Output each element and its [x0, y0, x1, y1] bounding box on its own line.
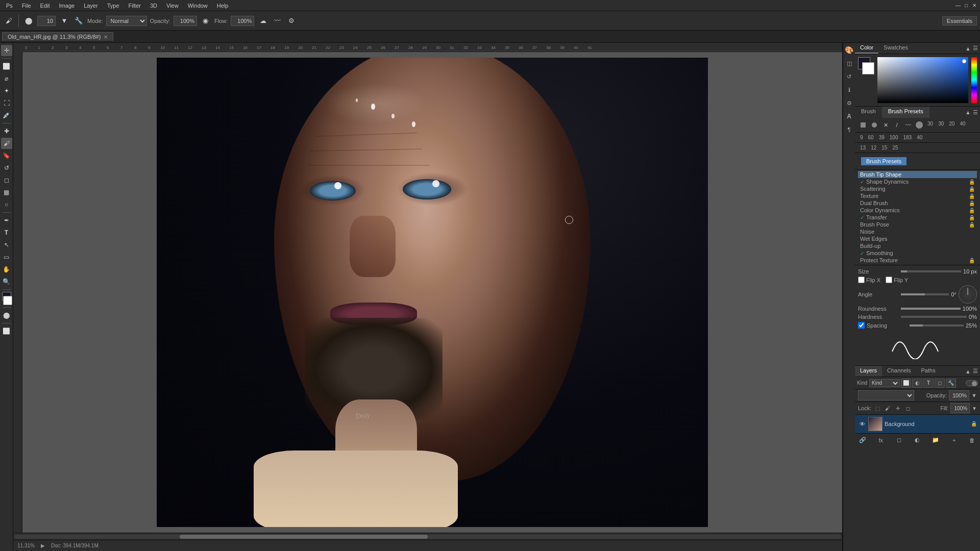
filter-smart-btn[interactable]: 🔧: [946, 379, 956, 388]
color-icon[interactable]: 🎨: [844, 45, 854, 55]
texture-option[interactable]: Texture 🔒: [858, 192, 977, 199]
menu-ps[interactable]: Ps: [2, 2, 17, 10]
color-picker-gradient[interactable]: [877, 57, 968, 103]
dual-brush-option[interactable]: Dual Brush 🔒: [858, 199, 977, 207]
paths-tab[interactable]: Paths: [916, 366, 941, 377]
background-color-swatch[interactable]: [3, 296, 12, 305]
scroll-thumb[interactable]: [180, 535, 428, 539]
add-mask-btn[interactable]: ◻: [895, 436, 904, 445]
brush-cross-swatch[interactable]: ✕: [880, 120, 891, 130]
lock-image-btn[interactable]: 🖌: [884, 404, 892, 412]
size-slider[interactable]: [901, 270, 961, 272]
brush-pose-option[interactable]: Brush Pose 🔒: [858, 221, 977, 228]
brush-picker-icon[interactable]: ▼: [59, 15, 70, 27]
brush-size-input[interactable]: [37, 16, 56, 26]
noise-option[interactable]: Noise: [858, 228, 977, 235]
transfer-option[interactable]: ✓ Transfer 🔒: [858, 214, 977, 221]
background-color[interactable]: [862, 62, 874, 74]
fill-arrow[interactable]: ▼: [972, 406, 977, 411]
smoothing-icon[interactable]: 〰: [272, 15, 283, 27]
gradient-tool[interactable]: ▦: [1, 187, 12, 198]
paragraph-icon[interactable]: ¶: [844, 124, 854, 135]
lasso-tool[interactable]: ⌀: [1, 73, 12, 84]
kind-filter-select[interactable]: Kind: [869, 379, 900, 387]
link-layers-btn[interactable]: 🔗: [858, 436, 867, 445]
spacing-checkbox-label[interactable]: [858, 322, 865, 329]
layers-menu-icon[interactable]: ☰: [973, 368, 978, 374]
brush-tab[interactable]: Brush: [855, 107, 882, 118]
menu-window[interactable]: Window: [184, 2, 212, 10]
quick-mask-tool[interactable]: ⬤: [1, 310, 12, 321]
filter-adj-btn[interactable]: ◐: [912, 379, 922, 388]
extra-icon[interactable]: ⚙: [286, 15, 297, 27]
character-icon[interactable]: A: [844, 111, 854, 121]
new-group-btn[interactable]: 📁: [931, 436, 940, 445]
menu-3d[interactable]: 3D: [146, 2, 161, 10]
layers-blend-mode-select[interactable]: Normal: [858, 390, 914, 400]
color-panel-menu[interactable]: ☰: [973, 45, 978, 52]
color-spectrum-slider[interactable]: [971, 57, 977, 103]
spacing-slider[interactable]: [910, 324, 964, 327]
essentials-button[interactable]: Essentials: [942, 16, 977, 26]
angle-wheel[interactable]: [959, 285, 977, 304]
lock-transparent-btn[interactable]: ⬚: [873, 404, 881, 412]
history-brush-tool[interactable]: ↺: [1, 162, 12, 173]
brush-panel-collapse[interactable]: ▲: [965, 109, 971, 115]
screen-mode-tool[interactable]: ⬜: [1, 325, 12, 337]
wet-edges-option[interactable]: Wet Edges: [858, 235, 977, 242]
scattering-option[interactable]: Scattering 🔒: [858, 185, 977, 192]
menu-type[interactable]: Type: [103, 2, 124, 10]
brush-panel-menu[interactable]: ☰: [973, 109, 978, 116]
eyedropper-tool[interactable]: 💉: [1, 110, 12, 121]
spacing-checkbox[interactable]: [858, 322, 865, 329]
text-tool[interactable]: T: [1, 227, 12, 238]
smoothing-option[interactable]: ✓ Smoothing: [858, 249, 977, 257]
clone-stamp-tool[interactable]: 🔖: [1, 150, 12, 161]
filter-pixel-btn[interactable]: ⬜: [901, 379, 911, 388]
path-select-tool[interactable]: ↖: [1, 239, 12, 251]
filter-type-btn[interactable]: T: [923, 379, 934, 388]
document-close-icon[interactable]: ✕: [104, 34, 108, 40]
healing-brush-tool[interactable]: ✚: [1, 126, 12, 137]
fill-input[interactable]: [950, 403, 970, 413]
filter-toggle[interactable]: [966, 380, 978, 386]
brush-tip-shape-option[interactable]: Brush Tip Shape: [858, 171, 977, 178]
close-button[interactable]: ✕: [971, 2, 978, 9]
pen-tool[interactable]: ✒: [1, 215, 12, 226]
brush-options-icon[interactable]: 🔧: [73, 15, 84, 27]
protect-texture-option[interactable]: Protect Texture 🔒: [858, 257, 977, 264]
menu-filter[interactable]: Filter: [125, 2, 145, 10]
info-icon[interactable]: ℹ: [844, 85, 854, 95]
adjustment-icon[interactable]: ◫: [844, 58, 854, 68]
menu-image[interactable]: Image: [55, 2, 79, 10]
color-panel-collapse[interactable]: ▲: [965, 45, 971, 52]
menu-help[interactable]: Help: [213, 2, 233, 10]
scroll-track[interactable]: [14, 535, 841, 539]
layers-tab[interactable]: Layers: [855, 366, 882, 377]
marquee-tool[interactable]: ⬜: [1, 61, 12, 72]
hardness-slider[interactable]: [901, 316, 967, 318]
brush-tool-icon[interactable]: 🖌: [3, 15, 14, 27]
shape-tool[interactable]: ▭: [1, 252, 12, 263]
layers-opacity-arrow[interactable]: ▼: [971, 392, 977, 398]
angle-slider[interactable]: [901, 293, 949, 295]
hand-tool[interactable]: ✋: [1, 264, 12, 275]
quick-select-tool[interactable]: ✦: [1, 85, 12, 96]
history-icon[interactable]: ↺: [844, 71, 854, 82]
document-tab[interactable]: Old_man_HR.jpg @ 11.3% (RGB/8#) ✕: [2, 32, 113, 41]
zoom-tool[interactable]: 🔍: [1, 276, 12, 287]
layers-opacity-input[interactable]: [949, 390, 969, 400]
swatches-tab[interactable]: Swatches: [878, 43, 913, 54]
opacity-input[interactable]: [174, 16, 197, 26]
lock-position-btn[interactable]: ✛: [894, 404, 902, 412]
menu-view[interactable]: View: [162, 2, 183, 10]
filter-shape-btn[interactable]: ◻: [935, 379, 945, 388]
build-up-option[interactable]: Build-up: [858, 242, 977, 249]
properties-icon[interactable]: ⚙: [844, 98, 854, 108]
flip-y-checkbox[interactable]: [886, 277, 892, 283]
brush-tool[interactable]: 🖌: [1, 138, 12, 149]
menu-file[interactable]: File: [18, 2, 35, 10]
crop-tool[interactable]: ⛶: [1, 97, 12, 109]
flip-x-label[interactable]: Flip X: [858, 277, 880, 283]
color-tab[interactable]: Color: [855, 43, 878, 54]
